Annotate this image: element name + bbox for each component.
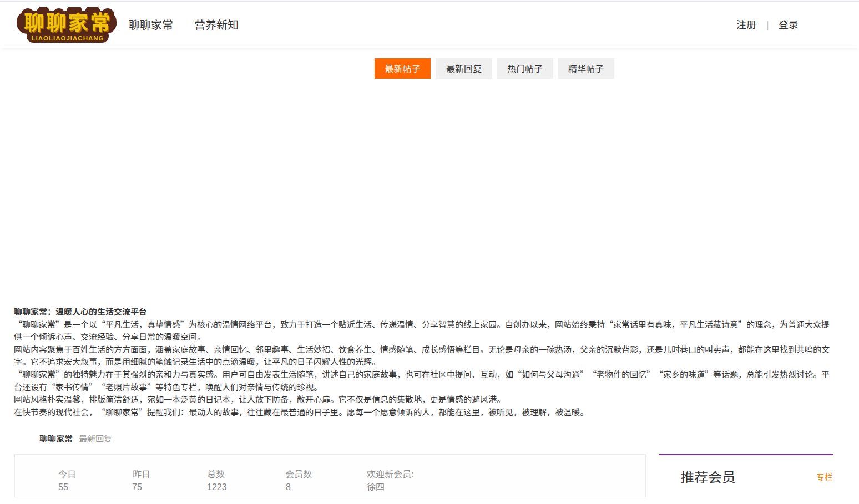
svg-text:LIAOLIAOJIACHANG: LIAOLIAOJIACHANG [32, 35, 104, 42]
